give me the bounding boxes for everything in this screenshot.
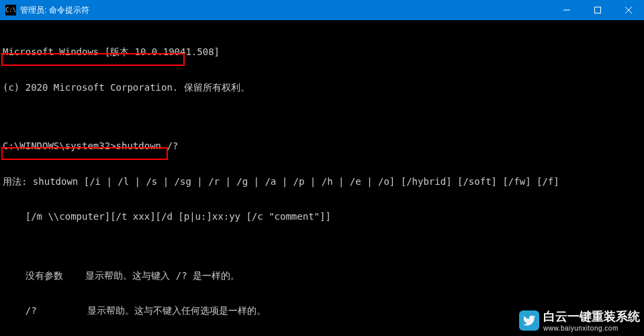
- watermark-title: 白云一键重装系统: [543, 308, 640, 325]
- terminal-line: 用法: shutdown [/i | /l | /s | /sg | /r | …: [3, 176, 641, 188]
- window-title: 管理员: 命令提示符: [20, 5, 89, 16]
- terminal-line: Microsoft Windows [版本 10.0.19041.508]: [3, 46, 641, 58]
- terminal-output[interactable]: Microsoft Windows [版本 10.0.19041.508] (c…: [0, 20, 644, 336]
- watermark-bird-icon: [519, 310, 539, 331]
- terminal-line: C:\WINDOWS\system32>shutdown /?: [3, 140, 641, 153]
- svg-rect-1: [595, 7, 601, 13]
- terminal-line: [/m \\computer][/t xxx][/d [p|u:]xx:yy […: [3, 211, 641, 223]
- watermark: 白云一键重装系统 www.baiyunxitong.com: [519, 308, 640, 332]
- watermark-url: www.baiyunxitong.com: [543, 325, 640, 332]
- terminal-line: (c) 2020 Microsoft Corporation. 保留所有权利。: [3, 82, 641, 94]
- minimize-button[interactable]: [551, 0, 582, 20]
- window-titlebar: C:\ 管理员: 命令提示符: [0, 0, 644, 20]
- maximize-button[interactable]: [582, 0, 613, 20]
- terminal-line: 没有参数 显示帮助。这与键入 /? 是一样的。: [3, 270, 641, 282]
- cmd-icon: C:\: [5, 5, 16, 15]
- close-button[interactable]: [613, 0, 644, 20]
